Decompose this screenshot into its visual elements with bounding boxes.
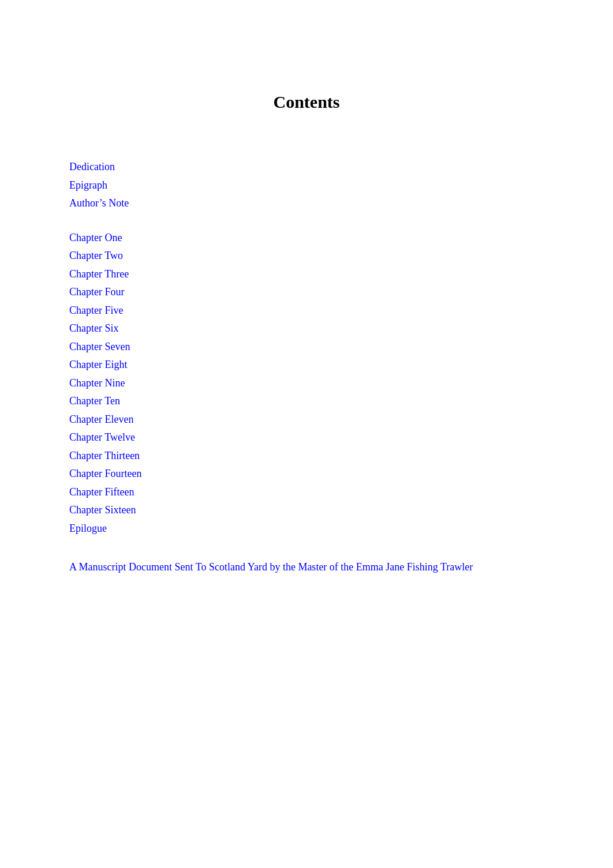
toc-link-chapter-fourteen[interactable]: Chapter Fourteen xyxy=(69,465,544,483)
toc-link-chapter-eleven[interactable]: Chapter Eleven xyxy=(69,411,544,429)
appendix-group: A Manuscript Document Sent To Scotland Y… xyxy=(69,558,544,577)
toc-link-chapter-twelve[interactable]: Chapter Twelve xyxy=(69,429,544,447)
toc-link-epilogue[interactable]: Epilogue xyxy=(69,520,544,538)
toc-link-chapter-nine[interactable]: Chapter Nine xyxy=(69,374,544,393)
toc-link-chapter-five[interactable]: Chapter Five xyxy=(69,302,544,320)
toc-link-chapter-three[interactable]: Chapter Three xyxy=(69,265,544,284)
toc-link-chapter-ten[interactable]: Chapter Ten xyxy=(69,392,544,411)
page-title: Contents xyxy=(69,92,544,112)
toc-link-chapter-one[interactable]: Chapter One xyxy=(69,229,544,247)
toc-link-chapter-sixteen[interactable]: Chapter Sixteen xyxy=(69,501,544,520)
toc-link-epigraph[interactable]: Epigraph xyxy=(69,176,544,195)
toc-link-manuscript[interactable]: A Manuscript Document Sent To Scotland Y… xyxy=(69,558,544,577)
toc-link-chapter-eight[interactable]: Chapter Eight xyxy=(69,356,544,374)
toc-link-authors-note[interactable]: Author’s Note xyxy=(69,194,544,213)
toc-link-chapter-two[interactable]: Chapter Two xyxy=(69,247,544,265)
toc-link-chapter-seven[interactable]: Chapter Seven xyxy=(69,338,544,356)
toc-link-chapter-four[interactable]: Chapter Four xyxy=(69,283,544,302)
chapters-group: Chapter OneChapter TwoChapter ThreeChapt… xyxy=(69,229,544,538)
toc-link-chapter-thirteen[interactable]: Chapter Thirteen xyxy=(69,447,544,465)
toc-link-chapter-fifteen[interactable]: Chapter Fifteen xyxy=(69,483,544,502)
page-container: Contents DedicationEpigraphAuthor’s Note… xyxy=(0,0,613,868)
toc-link-chapter-six[interactable]: Chapter Six xyxy=(69,320,544,338)
toc-link-dedication[interactable]: Dedication xyxy=(69,158,544,176)
front-matter-group: DedicationEpigraphAuthor’s Note xyxy=(69,158,544,213)
